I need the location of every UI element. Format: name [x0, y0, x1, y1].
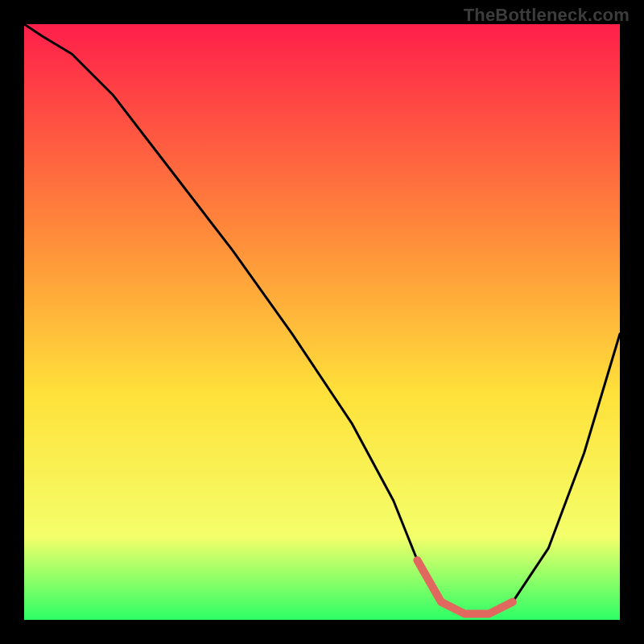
plot-area: [24, 24, 620, 620]
watermark-text: TheBottleneck.com: [464, 5, 630, 26]
chart-svg: [24, 24, 620, 620]
chart-frame: TheBottleneck.com: [0, 0, 644, 644]
gradient-background: [24, 24, 620, 620]
